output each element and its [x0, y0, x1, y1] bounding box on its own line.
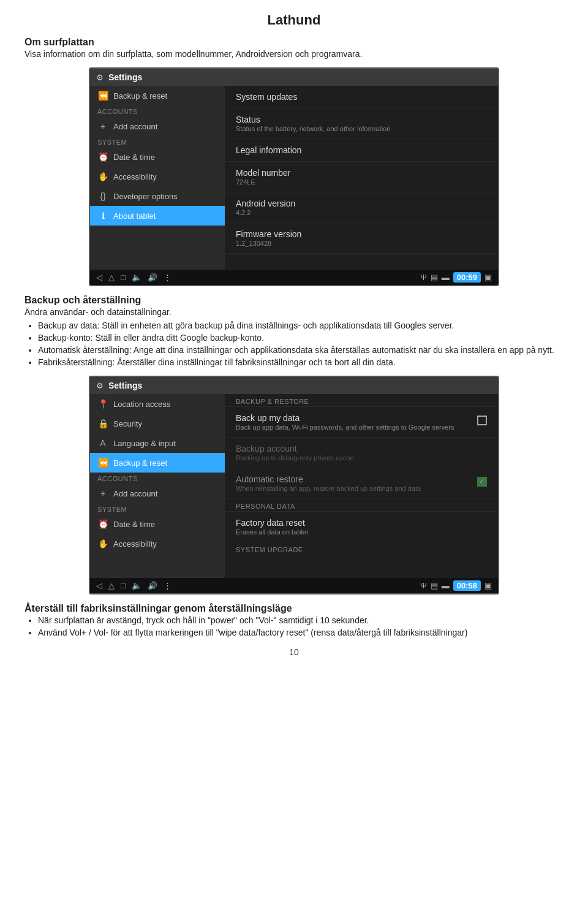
panel-title-system-updates: System updates [236, 92, 487, 102]
sidebar-item-date-time[interactable]: ⏰ Date & time [90, 147, 225, 167]
sidebar-item-backup-reset2[interactable]: ⏪ Backup & reset [90, 453, 225, 473]
section1-subtext: Visa information om din surfplatta, som … [24, 49, 564, 59]
panel-title-backup-account: Backup account [236, 444, 487, 454]
wifi-icon2: ▤ [431, 581, 438, 590]
panel-section-system-upgrade: SYSTEM UPGRADE [225, 542, 498, 555]
settings-bar2: ⚙ Settings [90, 377, 498, 394]
signal-icon1: Ψ [420, 273, 427, 282]
panel-subtitle-factory-reset: Erases all data on tablet [236, 528, 487, 536]
menu-dots1[interactable]: ⋮ [164, 273, 172, 282]
settings-bar-icon1: ⚙ [96, 73, 104, 82]
panel-checkbox-back-up[interactable] [477, 414, 487, 425]
dev-options-icon: {} [97, 191, 108, 201]
sidebar-label-developer-options: Developer options [113, 192, 178, 201]
datetime-icon2: ⏰ [97, 519, 108, 529]
status-bar-right1: Ψ ▤ ▬ 00:59 ▣ [420, 272, 492, 283]
settings-bar1: ⚙ Settings [90, 69, 498, 86]
sidebar-item-about-tablet[interactable]: ℹ About tablet [90, 206, 225, 226]
panel-checkbox-auto-restore[interactable] [477, 476, 487, 487]
volume-icon3: 🔈 [132, 581, 141, 590]
add-account-icon2: + [97, 488, 108, 498]
section2-subtext: Ändra användar- och datainställningar. [24, 307, 564, 317]
sidebar-label-backup-reset2: Backup & reset [113, 458, 167, 468]
sidebar-item-security[interactable]: 🔒 Security [90, 414, 225, 433]
time-badge1: 00:59 [453, 272, 481, 283]
panel-subtitle-android: 4.2.2 [236, 209, 487, 216]
sidebar-label-backup-reset: Backup & reset [113, 91, 167, 101]
panel-item-back-up-data-left: Back up my data Back up app data, Wi-Fi … [236, 413, 454, 431]
panel-item-backup-account[interactable]: Backup account Backing up to debug-only … [225, 438, 498, 468]
sidebar-item-location-access[interactable]: 📍 Location access [90, 394, 225, 414]
about-tablet-icon: ℹ [97, 211, 108, 221]
panel-title-model: Model number [236, 168, 487, 178]
panel-item-model[interactable]: Model number 724LE [225, 162, 498, 192]
sidebar-item-developer-options[interactable]: {} Developer options [90, 186, 225, 206]
sidebar-item-accessibility2[interactable]: ✋ Accessibility [90, 534, 225, 553]
sidebar-label-add-account2: Add account [113, 489, 157, 498]
sidebar-item-date-time2[interactable]: ⏰ Date & time [90, 514, 225, 534]
panel-item-firmware[interactable]: Firmware version 1.2_130428 [225, 223, 498, 254]
panel-item-legal[interactable]: Legal information [225, 139, 498, 162]
bullet-2-4: Fabriksåterställning: Återställer dina i… [38, 357, 564, 367]
screenshot-icon1: ▣ [484, 273, 492, 282]
checkbox-icon-auto-restore [477, 477, 487, 487]
backup-icon2: ⏪ [97, 458, 108, 468]
settings-bar-title2: Settings [108, 381, 142, 390]
panel-section-backup-restore: BACKUP & RESTORE [225, 394, 498, 407]
panel-item-auto-restore-left: Automatic restore When reinstalling an a… [236, 474, 421, 492]
bullet-2-3: Automatisk återställning: Ange att dina … [38, 345, 564, 355]
sidebar-label-about-tablet: About tablet [113, 211, 156, 221]
sidebar-item-add-account[interactable]: + Add account [90, 116, 225, 136]
bullet-3-2: Använd Vol+ / Vol- för att flytta marker… [38, 628, 564, 637]
recent-btn2[interactable]: □ [121, 581, 126, 590]
sidebar-item-add-account2[interactable]: + Add account [90, 484, 225, 503]
back-btn1[interactable]: ◁ [96, 273, 102, 282]
panel-title-legal: Legal information [236, 145, 487, 155]
sidebar-section-system2: SYSTEM [90, 503, 225, 514]
home-btn1[interactable]: △ [108, 273, 115, 282]
panel-item-back-up-data[interactable]: Back up my data Back up app data, Wi-Fi … [225, 407, 498, 438]
sidebar-item-backup-reset[interactable]: ⏪ Backup & reset [90, 86, 225, 105]
accessibility-icon: ✋ [97, 172, 108, 181]
sidebar-section-accounts: ACCOUNTS [90, 105, 225, 116]
panel-item-android-version[interactable]: Android version 4.2.2 [225, 192, 498, 223]
security-icon: 🔒 [97, 419, 108, 428]
sidebar-item-language-input[interactable]: A Language & input [90, 433, 225, 453]
bullet-3-1: När surfplattan är avstängd, tryck och h… [38, 615, 564, 625]
menu-dots2[interactable]: ⋮ [164, 581, 172, 590]
datetime-icon: ⏰ [97, 152, 108, 162]
settings-sidebar1: ⏪ Backup & reset ACCOUNTS + Add account … [90, 86, 225, 270]
panel-item-status[interactable]: Status Status of the battery, network, a… [225, 108, 498, 139]
sidebar-label-language: Language & input [113, 439, 176, 448]
settings-content2: 📍 Location access 🔒 Security A Language … [90, 394, 498, 578]
section3-heading: Återställ till fabriksinställningar geno… [24, 603, 564, 614]
status-bar-left2: ◁ △ □ 🔈 🔊 ⋮ [96, 581, 172, 590]
language-icon: A [97, 438, 108, 448]
recent-btn1[interactable]: □ [121, 273, 126, 282]
sidebar-label-location: Location access [113, 400, 170, 409]
back-btn2[interactable]: ◁ [96, 581, 102, 590]
panel-title-back-up: Back up my data [236, 413, 454, 423]
home-btn2[interactable]: △ [108, 581, 115, 590]
settings-sidebar2: 📍 Location access 🔒 Security A Language … [90, 394, 225, 578]
sidebar-label-accessibility: Accessibility [113, 172, 157, 181]
battery-icon2: ▬ [442, 581, 450, 590]
panel-item-auto-restore[interactable]: Automatic restore When reinstalling an a… [225, 468, 498, 499]
accessibility-icon2: ✋ [97, 539, 108, 549]
page-number: 10 [24, 647, 564, 657]
screenshot-icon2: ▣ [484, 581, 492, 590]
panel-item-factory-reset[interactable]: Factory data reset Erases all data on ta… [225, 512, 498, 542]
sidebar-label-accessibility2: Accessibility [113, 539, 157, 549]
panel-subtitle-backup-account: Backing up to debug-only private cache [236, 454, 487, 462]
section2-heading: Backup och återställning [24, 295, 564, 306]
sidebar-item-accessibility[interactable]: ✋ Accessibility [90, 167, 225, 186]
signal-icon2: Ψ [420, 581, 427, 590]
volume-icon4: 🔊 [148, 581, 157, 590]
status-bar-right2: Ψ ▤ ▬ 00:58 ▣ [420, 580, 492, 591]
panel-title-factory-reset: Factory data reset [236, 518, 487, 528]
add-account-icon: + [97, 121, 108, 131]
battery-icon1: ▬ [442, 273, 450, 282]
section1-heading: Om surfplattan [24, 37, 564, 48]
panel-item-system-updates[interactable]: System updates [225, 86, 498, 108]
settings-content1: ⏪ Backup & reset ACCOUNTS + Add account … [90, 86, 498, 270]
